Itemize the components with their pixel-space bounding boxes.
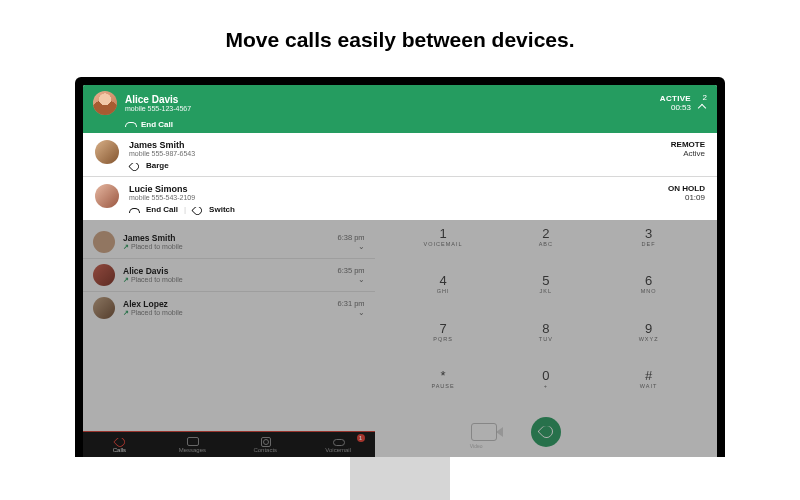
contacts-icon: [260, 437, 271, 446]
call-panel-hold: Lucie Simons mobile 555-543-2109 End Cal…: [83, 177, 717, 221]
background-area: James Smith Placed to mobile 6:38 pm ⌄ A…: [83, 220, 717, 457]
voicemail-badge: 1: [357, 434, 365, 442]
call-count: 2: [697, 94, 707, 102]
panel-status: REMOTE: [671, 140, 705, 149]
list-time: 6:35 pm: [338, 266, 365, 275]
end-call-icon: [125, 119, 137, 129]
tab-label: Contacts: [253, 447, 277, 453]
switch-button[interactable]: Switch: [209, 205, 235, 214]
end-call-icon: [129, 206, 140, 214]
end-call-label: End Call: [141, 120, 173, 129]
message-icon: [187, 437, 198, 446]
tab-label: Messages: [179, 447, 206, 453]
separator: |: [184, 205, 186, 214]
chevron-up-icon[interactable]: [697, 102, 707, 112]
bottom-tab-bar: Calls Messages Contacts Voicemail 1: [83, 431, 375, 457]
avatar: [95, 184, 119, 208]
panel-status: ON HOLD: [668, 184, 705, 193]
panel-timer: 01:09: [668, 193, 705, 202]
panel-number: mobile 555-987-6543: [129, 150, 671, 157]
list-item[interactable]: James Smith Placed to mobile 6:38 pm ⌄: [83, 226, 375, 258]
panel-number: mobile 555-543-2109: [129, 194, 668, 201]
dialpad-key-3[interactable]: 3DEF: [598, 226, 699, 271]
avatar: [93, 91, 117, 115]
dialpad-key-star[interactable]: *Pause: [393, 368, 494, 413]
dialpad-key-0[interactable]: 0+: [495, 368, 596, 413]
list-name: James Smith: [123, 233, 183, 243]
phone-icon: [129, 162, 140, 170]
dialpad-key-5[interactable]: 5JKL: [495, 273, 596, 318]
tab-voicemail[interactable]: Voicemail 1: [302, 432, 375, 457]
tab-label: Voicemail: [325, 447, 351, 453]
phone-icon: [114, 437, 125, 446]
list-time: 6:38 pm: [338, 233, 365, 242]
tab-messages[interactable]: Messages: [156, 432, 229, 457]
list-name: Alice Davis: [123, 266, 183, 276]
video-call-button[interactable]: [471, 423, 497, 441]
active-call-header: Alice Davis mobile 555-123-4567 ACTIVE 0…: [83, 85, 717, 133]
active-call-name: Alice Davis: [125, 94, 191, 105]
end-call-button[interactable]: End Call: [125, 119, 707, 129]
avatar: [95, 140, 119, 164]
list-sub: Placed to mobile: [123, 243, 183, 251]
call-panel-remote: James Smith mobile 555-987-6543 Barge RE…: [83, 133, 717, 177]
dialpad-key-hash[interactable]: #Wait: [598, 368, 699, 413]
avatar: [93, 264, 115, 286]
dialpad-key-4[interactable]: 4GHI: [393, 273, 494, 318]
page-title: Move calls easily between devices.: [0, 28, 800, 52]
dialpad-key-2[interactable]: 2ABC: [495, 226, 596, 271]
active-call-number: mobile 555-123-4567: [125, 105, 191, 112]
monitor-stand: [350, 457, 450, 500]
chevron-down-icon: ⌄: [338, 308, 365, 317]
dialpad: 1VOICEMAIL 2ABC 3DEF 4GHI 5JKL 6MNO 7PQR…: [375, 220, 717, 457]
dial-button[interactable]: [531, 417, 561, 447]
dialpad-key-1[interactable]: 1VOICEMAIL: [393, 226, 494, 271]
panel-name: Lucie Simons: [129, 184, 668, 194]
video-label: Video: [470, 443, 483, 449]
barge-button[interactable]: Barge: [146, 161, 169, 170]
list-item[interactable]: Alex Lopez Placed to mobile 6:31 pm ⌄: [83, 291, 375, 324]
dialpad-key-7[interactable]: 7PQRS: [393, 321, 494, 366]
avatar: [93, 297, 115, 319]
app-screen: Alice Davis mobile 555-123-4567 ACTIVE 0…: [83, 85, 717, 457]
recent-calls-list: James Smith Placed to mobile 6:38 pm ⌄ A…: [83, 220, 375, 457]
list-time: 6:31 pm: [338, 299, 365, 308]
end-call-button[interactable]: End Call: [146, 205, 178, 214]
phone-icon: [192, 206, 203, 214]
panel-extra: Active: [671, 149, 705, 158]
chevron-down-icon: ⌄: [338, 242, 365, 251]
panel-name: James Smith: [129, 140, 671, 150]
tab-contacts[interactable]: Contacts: [229, 432, 302, 457]
voicemail-icon: [333, 437, 344, 446]
active-call-status: ACTIVE: [660, 94, 691, 103]
dialpad-key-8[interactable]: 8TUV: [495, 321, 596, 366]
chevron-down-icon: ⌄: [338, 275, 365, 284]
list-item[interactable]: Alice Davis Placed to mobile 6:35 pm ⌄: [83, 258, 375, 291]
dialpad-key-6[interactable]: 6MNO: [598, 273, 699, 318]
list-sub: Placed to mobile: [123, 309, 183, 317]
active-call-timer: 00:53: [660, 103, 691, 112]
tab-calls[interactable]: Calls: [83, 432, 156, 457]
avatar: [93, 231, 115, 253]
dialpad-key-9[interactable]: 9WXYZ: [598, 321, 699, 366]
monitor-frame: Alice Davis mobile 555-123-4567 ACTIVE 0…: [75, 77, 725, 457]
list-name: Alex Lopez: [123, 299, 183, 309]
list-sub: Placed to mobile: [123, 276, 183, 284]
